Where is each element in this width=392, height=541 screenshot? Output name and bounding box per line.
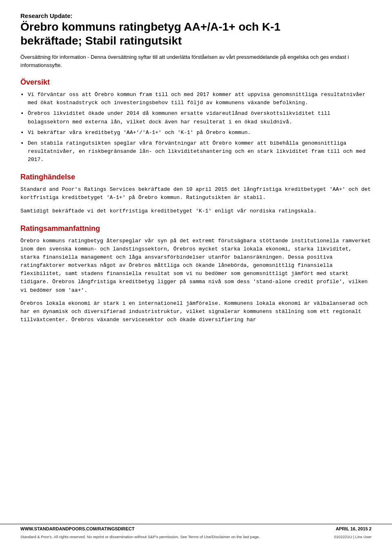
footer-top-row: WWW.STANDARDANDPOORS.COM/RATINGSDIRECT A… [0, 524, 392, 533]
footer-website: WWW.STANDARDANDPOORS.COM/RATINGSDIRECT [20, 526, 134, 531]
footer-doc-id: 0102221U | Linx User [334, 534, 372, 539]
footer: WWW.STANDARDANDPOORS.COM/RATINGSDIRECT A… [0, 524, 392, 541]
research-update-label: Research Update: [20, 12, 372, 19]
oversikt-bullet-list: Vi förväntar oss att Örebro kommun fram … [20, 91, 372, 164]
ratinghandelse-paragraph2: Samtidigt bekräftade vi det kortfristiga… [20, 207, 372, 215]
ratinghandelse-paragraph1: Standard and Poor's Ratings Services bek… [20, 186, 372, 202]
ratingsammanfattning-paragraph2: Örebros lokala ekonomi är stark i en int… [20, 300, 372, 324]
bullet-item-3: Vi bekräftar våra kreditbetyg 'AA+'/'A-1… [20, 129, 372, 137]
ratingsammanfattning-heading: Ratingsammanfattning [20, 224, 372, 233]
ratinghandelse-heading: Ratinghändelse [20, 173, 372, 181]
header-section: Research Update: Örebro kommuns ratingbe… [20, 12, 372, 69]
oversikt-heading: Översikt [20, 78, 372, 87]
footer-copyright-text: Standard & Poor's. All rights reserved. … [20, 534, 260, 539]
bullet-item-2: Örebros likviditet ökade under 2014 då k… [20, 110, 372, 126]
ratingsammanfattning-section: Ratingsammanfattning Örebro kommuns rati… [20, 224, 372, 324]
main-title: Örebro kommuns ratingbetyg AA+/A-1+ och … [20, 20, 372, 47]
subtitle-text: Översättning för information - Denna öve… [20, 53, 372, 69]
footer-date-page: APRIL 16, 2015 2 [336, 526, 372, 531]
footer-bottom-row: Standard & Poor's. All rights reserved. … [0, 533, 392, 541]
bullet-item-4: Den stabila ratingutsikten speglar våra … [20, 139, 372, 164]
ratingsammanfattning-paragraph1: Örebro kommuns ratingbetyg återspeglar v… [20, 237, 372, 295]
bullet-item-1: Vi förväntar oss att Örebro kommun fram … [20, 91, 372, 107]
oversikt-section: Översikt Vi förväntar oss att Örebro kom… [20, 78, 372, 164]
ratinghandelse-section: Ratinghändelse Standard and Poor's Ratin… [20, 173, 372, 215]
